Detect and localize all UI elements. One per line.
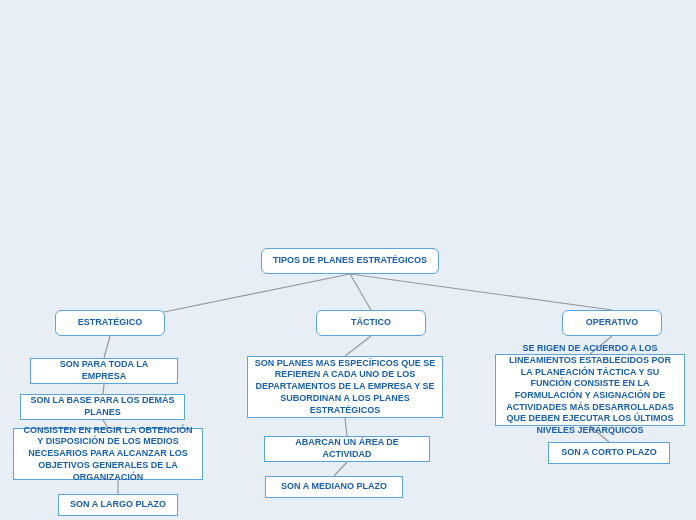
node-o1: SE RIGEN DE ACUERDO A LOS LINEAMIENTOS E… xyxy=(495,354,685,426)
node-root: TIPOS DE PLANES ESTRATÉGICOS xyxy=(261,248,439,274)
svg-line-4 xyxy=(103,384,104,394)
svg-line-7 xyxy=(345,336,371,356)
svg-line-9 xyxy=(334,462,347,476)
node-tactico: TÁCTICO xyxy=(316,310,426,336)
node-estrategico: ESTRATÉGICO xyxy=(55,310,165,336)
node-e2: SON LA BASE PARA LOS DEMÁS PLANES xyxy=(20,394,185,420)
node-t1: SON PLANES MAS ESPECÍFICOS QUE SE REFIER… xyxy=(247,356,443,418)
svg-line-2 xyxy=(350,274,612,310)
node-t2: ABARCAN UN ÁREA DE ACTIVIDAD xyxy=(264,436,430,462)
node-o2: SON A CORTO PLAZO xyxy=(548,442,670,464)
node-t3: SON A MEDIANO PLAZO xyxy=(265,476,403,498)
node-e3: CONSISTEN EN REGIR LA OBTENCIÓN Y DISPOS… xyxy=(13,428,203,480)
node-e1: SON PARA TODA LA EMPRESA xyxy=(30,358,178,384)
svg-line-8 xyxy=(345,418,347,436)
svg-line-1 xyxy=(350,274,371,310)
node-e4: SON A LARGO PLAZO xyxy=(58,494,178,516)
node-operativo: OPERATIVO xyxy=(562,310,662,336)
diagram-container: TIPOS DE PLANES ESTRATÉGICOS ESTRATÉGICO… xyxy=(0,0,696,520)
svg-line-3 xyxy=(104,336,110,358)
